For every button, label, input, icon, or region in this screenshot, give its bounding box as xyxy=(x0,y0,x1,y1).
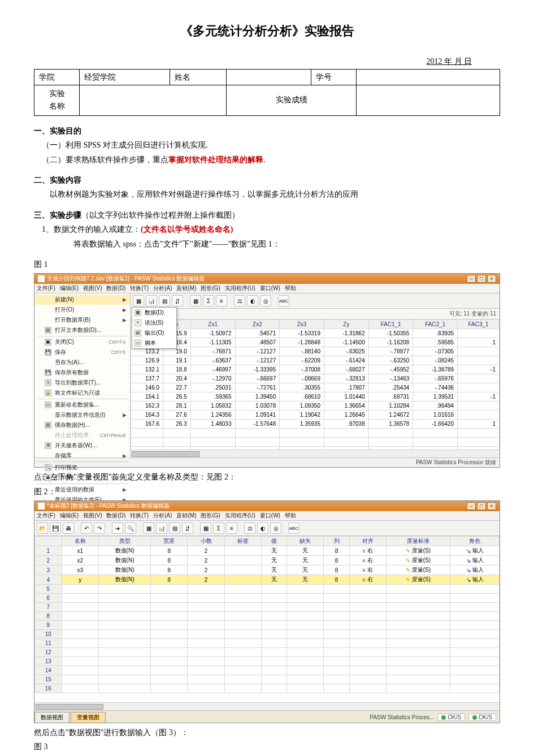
maximize-button[interactable]: □ xyxy=(477,275,486,283)
data-cell[interactable]: -1.33395 xyxy=(235,365,280,374)
var-cell[interactable]: ≡右 xyxy=(349,565,386,575)
empty-var-cell[interactable] xyxy=(98,657,151,666)
empty-var-cell[interactable] xyxy=(62,684,98,693)
row-header[interactable]: 16 xyxy=(35,684,62,693)
empty-var-cell[interactable] xyxy=(151,648,188,657)
empty-cell[interactable] xyxy=(131,429,163,438)
tab-data-view[interactable]: 数据视图 xyxy=(34,712,70,723)
empty-var-cell[interactable] xyxy=(386,684,450,693)
data-cell[interactable]: 164.3 xyxy=(131,411,163,420)
minimize-button-2[interactable]: – xyxy=(467,502,476,510)
data-cell[interactable]: -.74436 xyxy=(413,383,458,392)
empty-var-cell[interactable] xyxy=(261,630,286,639)
var-cell[interactable]: y xyxy=(62,575,98,585)
empty-var-cell[interactable] xyxy=(450,603,500,612)
toolbar-abc-icon[interactable]: ABC xyxy=(278,295,289,306)
tb-sel-icon[interactable]: ◐ xyxy=(257,522,268,534)
data-cell[interactable]: 132.1 xyxy=(131,365,163,374)
data-cell[interactable]: -.12127 xyxy=(235,356,280,365)
empty-var-cell[interactable] xyxy=(324,594,349,603)
data-cell[interactable]: 162.3 xyxy=(131,401,163,411)
file-menu-item[interactable]: ▤缓存数据(H)... xyxy=(34,420,130,430)
menu-item[interactable]: 图形(G) xyxy=(201,285,220,291)
empty-var-cell[interactable] xyxy=(261,666,286,675)
menu-bar-2[interactable]: 文件(F)编辑(E)视图(V)数据(D)转换(T)分析(A)直销(M)图形(G)… xyxy=(34,511,500,521)
data-cell[interactable]: .25031 xyxy=(190,383,235,392)
empty-var-cell[interactable] xyxy=(386,621,450,630)
toolbar-weight-icon[interactable]: ⚖ xyxy=(234,295,245,306)
empty-var-cell[interactable] xyxy=(151,684,188,693)
spss-titlebar-2[interactable]: *未标题2 [数据集2] - PASW Statistics 数据编辑器 – □… xyxy=(34,501,500,511)
data-cell[interactable]: .97038 xyxy=(324,420,368,429)
empty-var-cell[interactable] xyxy=(62,603,98,612)
file-menu-item[interactable]: 最近使用的数据▶ xyxy=(34,485,130,495)
menu-bar[interactable]: 文件(F)编辑(E)视图(V)数据(D)转换(T)分析(A)直销(M)图形(G)… xyxy=(34,284,500,293)
var-col-header[interactable]: 宽度 xyxy=(151,537,188,546)
var-cell[interactable]: 8 xyxy=(324,565,349,575)
empty-var-cell[interactable] xyxy=(62,630,98,639)
column-header[interactable]: FAC1_1 xyxy=(368,320,413,329)
empty-var-cell[interactable] xyxy=(450,666,500,675)
empty-var-cell[interactable] xyxy=(386,675,450,684)
var-cell[interactable]: 数值(N) xyxy=(98,575,151,585)
close-button-2[interactable]: × xyxy=(487,502,496,510)
menu-item[interactable]: 编辑(E) xyxy=(60,285,79,291)
maximize-button-2[interactable]: □ xyxy=(477,502,486,510)
data-cell[interactable] xyxy=(458,411,500,420)
empty-var-cell[interactable] xyxy=(324,648,349,657)
var-cell[interactable]: 无 xyxy=(261,575,286,585)
empty-var-cell[interactable] xyxy=(151,630,188,639)
empty-var-cell[interactable] xyxy=(224,657,261,666)
row-header[interactable]: 3 xyxy=(35,565,62,575)
empty-var-cell[interactable] xyxy=(287,657,324,666)
tb-save-icon[interactable]: 💾 xyxy=(50,522,61,534)
menu-item[interactable]: 分析(A) xyxy=(153,285,172,291)
empty-var-cell[interactable] xyxy=(98,612,151,621)
toolbar-stats-icon[interactable]: Σ xyxy=(203,295,214,306)
data-cell[interactable]: 1.39450 xyxy=(235,392,280,401)
file-menu-item[interactable]: ▣关闭(C)Ctrl+F4 xyxy=(34,337,130,347)
empty-cell[interactable] xyxy=(163,438,191,447)
var-cell[interactable]: 无 xyxy=(261,546,286,556)
var-cell[interactable]: ≡右 xyxy=(349,575,386,585)
empty-var-cell[interactable] xyxy=(287,684,324,693)
empty-var-cell[interactable] xyxy=(224,630,261,639)
var-col-header[interactable] xyxy=(35,537,62,546)
menu-item[interactable]: 直销(M) xyxy=(176,285,196,291)
var-cell[interactable]: ✎度量(S) xyxy=(386,556,450,565)
menu-item[interactable]: 实用程序(U) xyxy=(225,285,255,291)
var-cell[interactable]: ↘输入 xyxy=(450,556,500,565)
empty-var-cell[interactable] xyxy=(324,675,349,684)
data-cell[interactable]: -1.28848 xyxy=(280,338,324,347)
empty-var-cell[interactable] xyxy=(287,585,324,594)
empty-var-cell[interactable] xyxy=(224,666,261,675)
empty-var-cell[interactable] xyxy=(261,639,286,648)
empty-var-cell[interactable] xyxy=(349,666,386,675)
empty-var-cell[interactable] xyxy=(151,666,188,675)
empty-var-cell[interactable] xyxy=(450,639,500,648)
empty-var-cell[interactable] xyxy=(287,630,324,639)
empty-var-cell[interactable] xyxy=(62,594,98,603)
var-cell[interactable]: ✎度量(S) xyxy=(386,575,450,585)
var-col-header[interactable]: 列 xyxy=(324,537,349,546)
tb-open-icon[interactable]: 📂 xyxy=(37,522,48,534)
menu-item[interactable]: 数据(D) xyxy=(106,285,125,291)
data-cell[interactable] xyxy=(458,401,500,411)
empty-var-cell[interactable] xyxy=(386,666,450,675)
empty-var-cell[interactable] xyxy=(349,684,386,693)
empty-var-cell[interactable] xyxy=(62,675,98,684)
row-header[interactable]: 10 xyxy=(35,630,62,639)
menu-item[interactable]: 数据(D) xyxy=(106,512,125,519)
toolbar-2[interactable]: 📂 💾 🖶 ↶ ↷ ➜ 🔍 ▦ 📊 ▤ ⮃ ▦ Σ ≡ ⚖ ◐ ◎ ABC xyxy=(34,521,500,536)
column-header[interactable]: Zx3 xyxy=(280,320,324,329)
menu-item[interactable]: 文件(F) xyxy=(37,512,55,519)
empty-cell[interactable] xyxy=(190,438,235,447)
data-cell[interactable]: -1.57648 xyxy=(235,420,280,429)
empty-var-cell[interactable] xyxy=(188,639,224,648)
var-cell[interactable] xyxy=(224,565,261,575)
empty-var-cell[interactable] xyxy=(386,603,450,612)
empty-var-cell[interactable] xyxy=(224,648,261,657)
menu-item[interactable]: 实用程序(U) xyxy=(225,512,255,519)
var-cell[interactable]: 2 xyxy=(188,556,224,565)
close-button[interactable]: × xyxy=(487,275,496,283)
